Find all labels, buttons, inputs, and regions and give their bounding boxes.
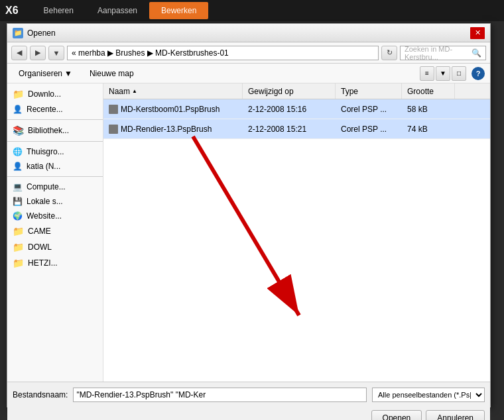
- forward-button[interactable]: ▶: [30, 46, 46, 60]
- sidebar-item-label: HETZI...: [28, 258, 58, 268]
- col-header-name[interactable]: Naam ▲: [103, 83, 243, 99]
- file-icon: [109, 125, 118, 134]
- filename-input[interactable]: [73, 388, 367, 402]
- col-header-modified[interactable]: Gewijzigd op: [243, 83, 336, 99]
- toolbar-row: Organiseren ▼ Nieuwe map ≡ ▼ □ ?: [7, 64, 490, 83]
- view-list-button[interactable]: ≡: [420, 66, 434, 81]
- file-modified: 2-12-2008 15:21: [243, 125, 336, 134]
- sidebar-item-local[interactable]: 💾 Lokale s...: [7, 194, 103, 209]
- refresh-button[interactable]: ↻: [381, 46, 397, 60]
- sidebar-item-label: Lokale s...: [27, 197, 63, 206]
- sidebar-item-dowl[interactable]: 📁 DOWL: [7, 239, 103, 255]
- address-path[interactable]: « merhba ▶ Brushes ▶ MD-Kerstbrushes-01: [67, 46, 379, 60]
- dialog-app-icon: 📁: [13, 28, 23, 38]
- bottom-buttons-bar: Openen Annuleren: [7, 407, 490, 420]
- file-size: 58 kB: [402, 105, 455, 114]
- menu-bewerken[interactable]: Bewerken: [149, 2, 208, 19]
- sidebar-item-label: Recente...: [27, 105, 63, 114]
- cancel-button[interactable]: Annuleren: [426, 410, 485, 420]
- file-modified: 2-12-2008 15:16: [243, 105, 336, 114]
- folder-icon: 📁: [13, 226, 24, 236]
- sidebar-item-recent[interactable]: 👤 Recente...: [7, 102, 103, 117]
- new-folder-button[interactable]: Nieuwe map: [84, 66, 140, 81]
- address-bar: ◀ ▶ ▼ « merhba ▶ Brushes ▶ MD-Kerstbrush…: [7, 42, 490, 64]
- file-name: MD-Rendier-13.PspBrush: [121, 125, 212, 134]
- sidebar-item-downloads[interactable]: 📁 Downlo...: [7, 86, 103, 102]
- sidebar-item-label: Compute...: [27, 182, 66, 191]
- file-list-header: Naam ▲ Gewijzigd op Type Grootte: [103, 83, 490, 99]
- open-button[interactable]: Openen: [371, 410, 422, 420]
- sidebar-item-library[interactable]: 📚 Bibliothek...: [7, 123, 103, 138]
- sidebar: 📁 Downlo... 👤 Recente... 📚 Bibliothek...…: [7, 83, 103, 382]
- dropdown-button[interactable]: ▼: [48, 46, 64, 60]
- organise-button[interactable]: Organiseren ▼: [13, 66, 78, 81]
- sidebar-item-hetzi[interactable]: 📁 HETZI...: [7, 255, 103, 271]
- dialog-title-left: 📁 Openen: [13, 28, 56, 38]
- open-dialog: 📁 Openen ✕ ◀ ▶ ▼ « merhba ▶ Brushes ▶ MD…: [7, 23, 491, 407]
- sidebar-item-came[interactable]: 📁 CAME: [7, 223, 103, 239]
- file-name-cell: MD-Kerstboom01.PspBrush: [103, 105, 243, 114]
- folder-icon: 📚: [13, 125, 24, 136]
- view-dropdown-button[interactable]: ▼: [436, 66, 450, 81]
- file-size: 74 kB: [402, 125, 455, 134]
- file-type: Corel PSP ...: [336, 125, 402, 134]
- table-row[interactable]: MD-Kerstboom01.PspBrush 2-12-2008 15:16 …: [103, 99, 490, 119]
- dialog-close-button[interactable]: ✕: [470, 27, 485, 39]
- file-name-cell: MD-Rendier-13.PspBrush: [103, 125, 243, 134]
- sidebar-item-label: DOWL: [28, 242, 52, 252]
- file-name: MD-Kerstboom01.PspBrush: [121, 105, 220, 114]
- bottom-bar: Bestandsnaam: Alle penseelbestanden (*.P…: [7, 382, 490, 407]
- dialog-title: Openen: [27, 28, 56, 38]
- search-box[interactable]: Zoeken in MD-Kerstbru... 🔍: [400, 46, 486, 60]
- table-row[interactable]: MD-Rendier-13.PspBrush 2-12-2008 15:21 C…: [103, 119, 490, 139]
- folder-icon: 📁: [13, 258, 24, 268]
- sidebar-item-label: Website...: [27, 211, 62, 221]
- sidebar-item-katia[interactable]: 👤 katia (N...: [7, 159, 103, 174]
- disk-icon: 💾: [13, 197, 23, 206]
- help-button[interactable]: ?: [472, 67, 485, 80]
- organise-label: Organiseren: [19, 69, 62, 78]
- dialog-title-bar: 📁 Openen ✕: [7, 24, 490, 42]
- top-menu-bar: X6 Beheren Aanpassen Bewerken: [0, 0, 504, 21]
- view-buttons: ≡ ▼ □: [420, 66, 466, 81]
- col-header-type[interactable]: Type: [336, 83, 402, 99]
- sidebar-item-website[interactable]: 🌍 Website...: [7, 209, 103, 223]
- sidebar-item-label: Bibliothek...: [28, 126, 69, 135]
- menu-beheren[interactable]: Beheren: [32, 2, 86, 19]
- network-icon: 🌐: [13, 147, 23, 156]
- sort-arrow: ▲: [132, 88, 137, 94]
- content-area: 📁 Downlo... 👤 Recente... 📚 Bibliothek...…: [7, 83, 490, 382]
- sidebar-item-label: Downlo...: [28, 89, 61, 99]
- search-placeholder: Zoeken in MD-Kerstbru...: [405, 45, 469, 61]
- filename-label: Bestandsnaam:: [13, 390, 68, 399]
- file-list: Naam ▲ Gewijzigd op Type Grootte MD-Kers…: [103, 83, 490, 382]
- sidebar-item-homegroup[interactable]: 🌐 Thuisgro...: [7, 144, 103, 159]
- file-icon: [109, 105, 118, 114]
- col-header-size[interactable]: Grootte: [402, 83, 455, 99]
- back-button[interactable]: ◀: [11, 46, 27, 60]
- globe-icon: 🌍: [13, 211, 23, 221]
- organise-arrow: ▼: [64, 69, 72, 78]
- folder-icon: 📁: [13, 242, 24, 252]
- user-icon: 👤: [13, 105, 23, 114]
- menu-aanpassen[interactable]: Aanpassen: [86, 2, 149, 19]
- filetype-select[interactable]: Alle penseelbestanden (*.Ps|: [372, 388, 485, 402]
- view-large-button[interactable]: □: [452, 66, 466, 81]
- folder-icon: 📁: [13, 89, 24, 99]
- sidebar-item-label: Thuisgro...: [27, 147, 64, 156]
- app-title: X6: [5, 5, 19, 17]
- sidebar-item-computer[interactable]: 💻 Compute...: [7, 180, 103, 194]
- sidebar-item-label: CAME: [28, 227, 51, 236]
- breadcrumb: « merhba ▶ Brushes ▶ MD-Kerstbrushes-01: [72, 48, 229, 58]
- sidebar-item-label: katia (N...: [27, 162, 60, 171]
- file-type: Corel PSP ...: [336, 105, 402, 114]
- search-icon[interactable]: 🔍: [472, 48, 481, 58]
- user-icon: 👤: [13, 162, 23, 171]
- computer-icon: 💻: [13, 182, 23, 191]
